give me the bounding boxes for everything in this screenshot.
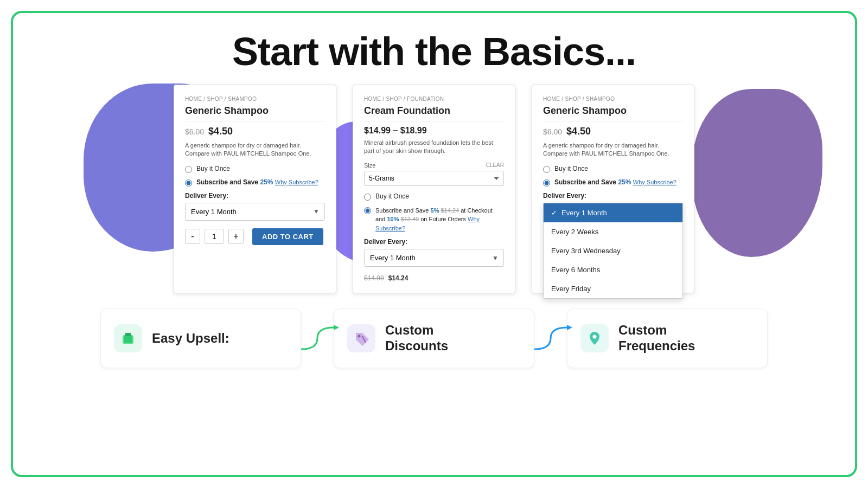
card-title-1: Generic Shampoo: [185, 105, 325, 117]
subscribe-text-3: Subscribe and Save: [554, 178, 618, 186]
location-pin-icon: [587, 331, 602, 346]
connector-2: [529, 322, 572, 355]
card-title-2: Cream Foundation: [364, 105, 504, 117]
radio-input-buy-once-1[interactable]: [185, 166, 192, 173]
radio-input-buy-once-2[interactable]: [364, 194, 371, 201]
deliver-select-wrap-1: Every 1 Month ▼: [185, 203, 325, 221]
svg-point-7: [593, 335, 597, 339]
deliver-select-1[interactable]: Every 1 Month: [185, 203, 325, 221]
radio-input-buy-once-3[interactable]: [543, 166, 550, 173]
divider-3: [543, 121, 683, 121]
discount-pct-2a: 5%: [431, 207, 439, 214]
radio-buy-once-1[interactable]: Buy it Once: [185, 165, 325, 173]
feature-icon-upsell: [114, 324, 142, 352]
price-bottom-2: $14.99 $14.24: [364, 274, 504, 282]
discount-pct-2b: 10%: [387, 216, 399, 222]
breadcrumb-2: HOME / SHOP / FOUNDATION: [364, 96, 504, 102]
price-row-1: $6.00 $4.50: [185, 126, 325, 137]
discount-pct-1: 25%: [260, 178, 273, 186]
deliver-option-2-3[interactable]: Every 2 Weeks: [544, 222, 682, 241]
connector-arrow-2: [529, 322, 572, 355]
card-desc-1: A generic shampoo for dry or damaged hai…: [185, 142, 325, 158]
price-new-1: $4.50: [208, 126, 233, 137]
card-title-3: Generic Shampoo: [543, 105, 683, 117]
deliver-option-3-3[interactable]: Every 3rd Wednesday: [544, 241, 682, 260]
feature-card-discounts: Custom Discounts: [334, 309, 534, 368]
radio-input-subscribe-1[interactable]: [185, 179, 192, 187]
svg-point-4: [358, 335, 361, 338]
qty-input-1[interactable]: [205, 229, 224, 244]
price-old-1: $6.00: [185, 127, 204, 136]
radio-label-buy-once-2: Buy it Once: [375, 192, 409, 200]
size-select-2[interactable]: 5-Grams: [364, 171, 504, 186]
deliver-select-2[interactable]: Every 1 Month: [364, 249, 504, 267]
strike-price-2a: $14.24: [441, 207, 459, 214]
feature-title-upsell: Easy Upsell:: [152, 331, 229, 346]
price-new-3: $4.50: [566, 126, 591, 137]
why-subscribe-link-3[interactable]: Why Subscribe?: [633, 179, 676, 185]
add-to-cart-button-1[interactable]: ADD TO CART: [252, 228, 323, 245]
size-label-2: Size: [364, 162, 375, 169]
radio-subscribe-2[interactable]: Subscribe and Save 5% $14.24 at Checkout…: [364, 206, 504, 233]
radio-input-subscribe-2[interactable]: [364, 207, 371, 214]
connector-arrow-1: [296, 322, 339, 355]
deliver-label-3: Deliver Every:: [543, 192, 683, 200]
deliver-label-1: Deliver Every:: [185, 192, 325, 200]
deliver-select-wrap-2: Every 1 Month ▼: [364, 249, 504, 267]
divider-2: [364, 121, 504, 121]
discount-pct-3: 25%: [618, 178, 631, 186]
size-label-row-2: Size CLEAR: [364, 162, 504, 169]
deliver-dropdown-3: ✓ Every 1 Month Every 2 Weeks Every 3rd …: [543, 203, 683, 299]
product-card-3: HOME / SHOP / SHAMPOO Generic Shampoo $6…: [532, 85, 694, 293]
feature-title-frequencies: Custom Frequencies: [618, 323, 695, 354]
subscribe-detail-2: Subscribe and Save 5% $14.24 at Checkout…: [375, 206, 504, 233]
connector-1: [296, 322, 339, 355]
radio-buy-once-2[interactable]: Buy it Once: [364, 192, 504, 201]
feature-card-frequencies: Custom Frequencies: [567, 309, 768, 368]
product-card-2: HOME / SHOP / FOUNDATION Cream Foundatio…: [353, 85, 515, 293]
checkmark-icon: ✓: [551, 209, 557, 217]
price-bottom-old-2: $14.99: [364, 274, 384, 282]
deliver-label-2: Deliver Every:: [364, 238, 504, 246]
strike-price-2b: $13.49: [401, 216, 419, 222]
feature-icon-frequencies: [580, 324, 609, 352]
card-desc-2: Mineral airbrush pressed foundation lets…: [364, 139, 504, 156]
svg-marker-6: [567, 325, 572, 330]
outer-container: Start with the Basics... HOME / SHOP / S…: [11, 11, 857, 477]
deliver-option-label-1-3: Every 1 Month: [561, 209, 607, 217]
breadcrumb-3: HOME / SHOP / SHAMPOO: [543, 96, 683, 102]
feature-icon-discounts: [347, 324, 375, 352]
feature-card-upsell: Easy Upsell:: [100, 309, 301, 368]
radio-subscribe-1[interactable]: Subscribe and Save 25% Why Subscribe?: [185, 178, 325, 187]
cards-row: HOME / SHOP / SHAMPOO Generic Shampoo $6…: [13, 85, 855, 293]
card-desc-3: A generic shampoo for dry or damaged hai…: [543, 142, 683, 158]
subscribe-text-1: Subscribe and Save: [196, 178, 260, 186]
radio-label-subscribe-1: Subscribe and Save 25% Why Subscribe?: [196, 178, 318, 186]
why-subscribe-link-1[interactable]: Why Subscribe?: [275, 179, 318, 185]
breadcrumb-1: HOME / SHOP / SHAMPOO: [185, 96, 325, 102]
price-range-2: $14.99 – $18.99: [364, 126, 504, 136]
radio-label-buy-once-3: Buy it Once: [554, 165, 588, 172]
deliver-option-4-3[interactable]: Every 6 Months: [544, 260, 682, 279]
radio-subscribe-3[interactable]: Subscribe and Save 25% Why Subscribe?: [543, 178, 683, 187]
price-row-3: $6.00 $4.50: [543, 126, 683, 137]
radio-buy-once-3[interactable]: Buy it Once: [543, 165, 683, 173]
divider-1: [185, 121, 325, 121]
price-old-3: $6.00: [543, 127, 562, 136]
radio-input-subscribe-3[interactable]: [543, 179, 550, 187]
cube-icon: [120, 331, 136, 346]
size-clear-2[interactable]: CLEAR: [486, 162, 504, 169]
product-card-1: HOME / SHOP / SHAMPOO Generic Shampoo $6…: [174, 85, 336, 293]
tag-icon: [354, 331, 369, 346]
qty-row-1: - + ADD TO CART: [185, 228, 325, 245]
page-title: Start with the Basics...: [13, 13, 855, 79]
radio-label-subscribe-3: Subscribe and Save 25% Why Subscribe?: [554, 178, 676, 186]
qty-plus-1[interactable]: +: [228, 229, 244, 244]
deliver-option-selected-3[interactable]: ✓ Every 1 Month: [544, 203, 682, 222]
feature-title-discounts: Custom Discounts: [385, 323, 448, 354]
svg-marker-3: [334, 325, 339, 330]
price-bottom-new-2: $14.24: [388, 274, 409, 282]
qty-minus-1[interactable]: -: [185, 229, 200, 244]
radio-label-buy-once-1: Buy it Once: [196, 165, 230, 172]
deliver-option-5-3[interactable]: Every Friday: [544, 279, 682, 298]
